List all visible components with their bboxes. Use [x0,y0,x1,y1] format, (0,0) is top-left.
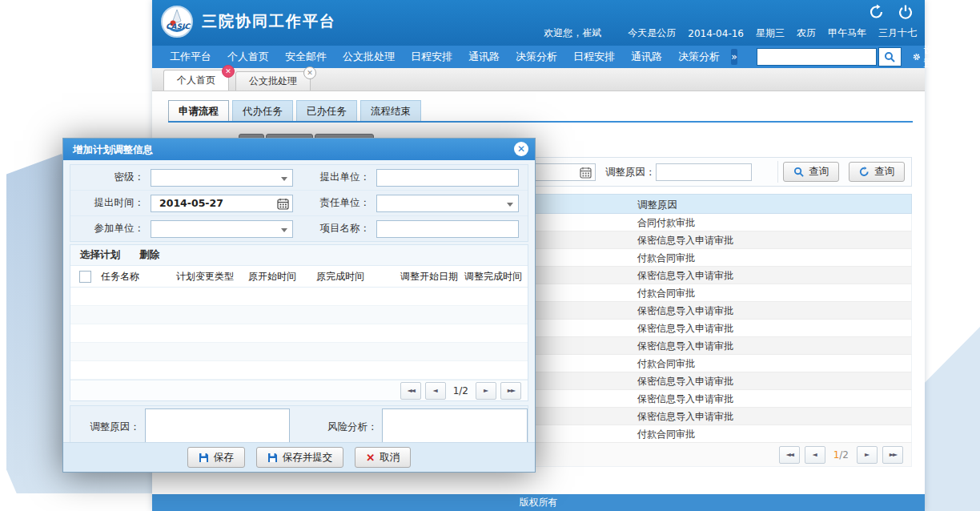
propose-time-datepicker[interactable]: 2014-05-27 [151,195,293,212]
current-date: 2014-04-16 [688,28,744,39]
nav-item-work-platform[interactable]: 工作平台 [162,46,219,68]
reset-query-button[interactable]: 查询 [849,162,905,182]
lunar-date: 三月十七 [878,26,917,40]
participate-unit-select[interactable] [151,220,293,238]
reason-filter-input[interactable] [656,163,752,181]
nav-item-contacts[interactable]: 通讯路 [460,46,508,68]
save-label: 保存 [214,451,234,465]
date-prefix: 今天是公历 [628,26,676,40]
modal-titlebar: 增加计划调整信息 ✕ [63,139,535,160]
page-indicator: 1/2 [453,385,468,396]
select-plan-link[interactable]: 选择计划 [80,248,120,262]
nav-item-secure-mail[interactable]: 安全邮件 [277,46,335,68]
calendar-icon[interactable] [277,198,289,210]
col-orig-finish: 原完成时间 [316,270,400,284]
modal-table-header: 任务名称 计划变更类型 原开始时间 原完成时间 调整开始日期 调整完成时间 [70,266,528,288]
search-query-button[interactable]: 查询 [783,162,839,182]
risk-analysis-textarea[interactable] [382,408,528,447]
settings-label: 设置 [924,43,937,70]
propose-unit-input [376,169,519,187]
window-tab-personal-home[interactable]: 个人首页 ✕ [163,70,229,91]
reset-icon [859,167,870,177]
secrecy-label: 密级： [70,171,151,184]
select-all-checkbox[interactable] [79,271,91,283]
reason-filter-label: 调整原因： [605,166,656,179]
window-tab-document-batch[interactable]: 公文批处理 ✕ [235,71,311,91]
close-tab-icon[interactable]: ✕ [222,65,235,78]
col-adjust-finish: 调整完成时间 [464,270,528,284]
main-nav: 工作平台 个人首页 安全邮件 公文批处理 日程安排 通讯路 决策分析 日程安排 … [152,46,925,68]
chevron-down-icon [281,177,287,181]
delete-link[interactable]: 删除 [139,248,159,262]
logo: CASIC 三院协同工作平台 [160,5,336,38]
prev-page-button[interactable]: ◄ [425,382,446,400]
flow-tab-bar: 申请流程 代办任务 已办任务 流程结束 [168,99,913,123]
nav-item-document-batch[interactable]: 公文批处理 [335,46,403,68]
first-page-button[interactable]: ◄◄ [400,382,421,400]
weekday: 星期三 [756,26,785,40]
search-button[interactable] [878,47,902,66]
tab-done-tasks[interactable]: 已办任务 [296,100,357,121]
page: CASIC 三院协同工作平台 欢迎您，崔斌 今天是公历 2014-04-16 星… [0,0,980,511]
propose-time-value: 2014-05-27 [151,197,223,209]
propose-time-label: 提出时间： [70,196,151,210]
search-input[interactable] [757,48,877,66]
cancel-button[interactable]: ✕ 取消 [355,447,411,468]
save-and-submit-button[interactable]: 保存并提交 [256,447,344,468]
modal-add-plan-adjustment: 增加计划调整信息 ✕ 密级： 提出单位： 提出时间： 2014-05-27 [62,138,536,473]
footer-copyright: 版权所有 [152,494,925,511]
empty-table-row [70,306,528,324]
project-name-input [376,220,519,238]
modal-title: 增加计划调整信息 [73,143,153,155]
tab-apply-flow[interactable]: 申请流程 [168,100,229,121]
prev-page-button[interactable]: ◄ [805,446,825,464]
modal-close-icon[interactable]: ✕ [514,142,528,156]
adjust-reason-textarea[interactable] [145,408,291,447]
col-orig-start: 原开始时间 [248,270,316,284]
save-button[interactable]: 保存 [187,447,245,468]
lunar-label: 农历 [797,26,816,40]
save-icon [267,453,278,463]
modal-footer: 保存 保存并提交 ✕ 取消 [63,442,535,472]
nav-item-decision-analysis[interactable]: 决策分析 [508,46,565,68]
close-tab-icon[interactable]: ✕ [303,66,316,79]
window-tab-bar: 个人首页 ✕ 公文批处理 ✕ [152,68,925,91]
next-page-button[interactable]: ► [857,446,878,464]
total-pages: /2 [839,449,849,461]
last-page-button[interactable]: ►► [500,382,521,400]
adjust-reason-label: 调整原因： [70,420,145,434]
reset-query-label: 查询 [874,165,894,179]
power-icon[interactable] [898,4,914,20]
tab-todo-tasks[interactable]: 代办任务 [232,100,293,121]
first-page-button[interactable]: ◄◄ [779,446,800,464]
nav-more-button[interactable]: » [731,49,737,65]
risk-analysis-label: 风险分析： [325,420,382,434]
gear-icon [913,51,921,62]
secrecy-select[interactable] [151,169,293,187]
propose-unit-field[interactable] [377,170,518,186]
cancel-label: 取消 [380,451,400,465]
tab-flow-finished[interactable]: 流程结束 [360,100,421,121]
chevron-down-icon [281,228,287,232]
casic-logo-icon: CASIC [160,5,194,38]
search-query-label: 查询 [809,165,829,179]
nav-item-decision-analysis-2[interactable]: 决策分析 [670,46,728,68]
nav-item-schedule-2[interactable]: 日程安排 [565,46,623,68]
refresh-icon[interactable] [869,4,885,20]
last-page-button[interactable]: ►► [882,446,903,464]
next-page-button[interactable]: ► [476,382,496,400]
nav-item-schedule[interactable]: 日程安排 [403,46,460,68]
project-name-field[interactable] [377,221,518,237]
modal-plan-table: 选择计划 删除 任务名称 计划变更类型 原开始时间 原完成时间 调整开始日期 调… [70,244,528,401]
modal-table-pagination: ◄◄ ◄ 1/2 ► ►► [70,380,528,400]
calendar-icon[interactable] [580,167,592,179]
nav-item-contacts-2[interactable]: 通讯路 [623,46,670,68]
project-name-label: 项目名称： [293,222,376,235]
propose-unit-label: 提出单位： [293,171,376,184]
responsible-unit-select[interactable] [376,195,519,212]
col-change-type: 计划变更类型 [176,270,248,284]
settings-button[interactable]: 设置 [913,43,937,70]
top-header: CASIC 三院协同工作平台 欢迎您，崔斌 今天是公历 2014-04-16 星… [152,0,925,46]
welcome-bar: 欢迎您，崔斌 今天是公历 2014-04-16 星期三 农历 甲午马年 三月十七 [544,26,917,40]
save-icon [199,453,209,463]
